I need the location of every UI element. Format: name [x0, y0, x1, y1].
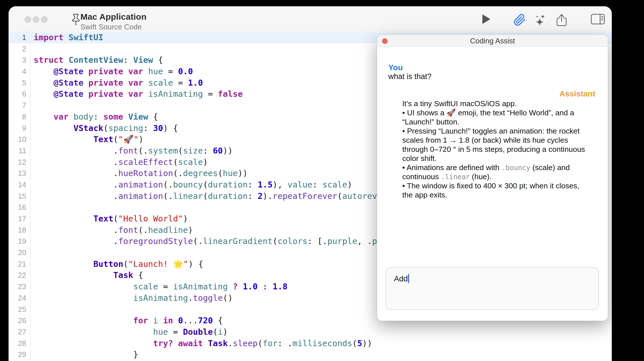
title-bar: Mac Application Swift Source Code — [9, 6, 612, 31]
token: autoreve — [342, 191, 382, 201]
token: ... — [183, 316, 198, 325]
line-number: 23 — [9, 281, 26, 293]
token: . — [34, 168, 118, 178]
panel-close-button[interactable] — [382, 38, 388, 44]
token: foregroundStyle — [118, 236, 193, 246]
line-number: 24 — [9, 293, 26, 304]
code-line: .font(.headline) — [34, 225, 382, 236]
token: isAnimating — [173, 282, 228, 291]
line-number: 27 — [9, 326, 26, 338]
token: 0.0 — [178, 66, 193, 76]
token: { — [153, 55, 163, 65]
token: font — [118, 225, 138, 235]
token: } — [34, 350, 138, 359]
token — [68, 112, 73, 122]
line-number: 7 — [9, 100, 26, 111]
token — [268, 282, 273, 291]
token: (. — [138, 225, 148, 235]
line-number: 13 — [9, 168, 26, 179]
token: ( — [113, 134, 118, 144]
token: (scale) and — [530, 163, 570, 172]
token: . — [34, 146, 118, 156]
token: 2 — [258, 191, 263, 201]
token: false — [218, 89, 243, 99]
run-button[interactable] — [482, 14, 491, 25]
code-line: struct ContentView: View { — [34, 55, 382, 66]
token: = — [163, 66, 178, 76]
assistant-line: • Pressing “Launch!” toggles an animatio… — [402, 126, 585, 136]
code-line: .scaleEffect(scale) — [34, 157, 382, 168]
close-button[interactable] — [25, 16, 31, 23]
token: ( — [258, 338, 263, 348]
token: scales from 1 → 1.8 (or back) while its … — [402, 136, 568, 144]
token — [258, 282, 263, 291]
user-message: what is that? — [388, 72, 432, 81]
token: for — [263, 338, 277, 348]
line-number: 8 — [9, 111, 26, 123]
token — [34, 293, 133, 303]
code-line: VStack(spacing: 30) { — [34, 123, 382, 134]
token: toggle — [193, 293, 223, 303]
code-line: Text("🚀") — [34, 134, 382, 145]
zoom-button[interactable] — [41, 16, 48, 23]
token: ) — [139, 134, 143, 144]
token: (. — [193, 236, 203, 246]
token: ) { — [163, 123, 178, 133]
token: Double — [183, 327, 213, 337]
token: 1.8 — [273, 282, 287, 291]
token: : [. — [307, 236, 327, 246]
token: spacing — [108, 123, 143, 133]
token: animation — [118, 191, 163, 201]
chat-input[interactable]: Add — [385, 267, 599, 310]
token: i — [218, 327, 223, 337]
share-icon[interactable] — [556, 14, 567, 27]
assistant-line: • UI shows a 🚀 emoji, the text “Hello Wo… — [402, 108, 585, 117]
token: • Animations are defined with — [402, 163, 501, 172]
token: : — [312, 180, 322, 189]
token: linear — [173, 191, 203, 201]
sparkles-icon[interactable] — [534, 14, 547, 27]
token — [158, 316, 163, 325]
token: SwiftUI — [68, 33, 103, 42]
line-number: 6 — [9, 88, 26, 100]
token: for — [133, 316, 148, 325]
token: Button — [94, 259, 123, 269]
token: bouncy — [173, 180, 203, 189]
token — [34, 78, 54, 88]
code-line: .hueRotation(.degrees(hue)) — [34, 168, 382, 179]
token: “Launch!” button. — [402, 118, 459, 126]
token: "Launch! 🌟" — [128, 259, 188, 269]
token: 0 — [178, 316, 183, 325]
sidebar-toggle-icon[interactable] — [591, 14, 605, 25]
token: hue — [223, 168, 237, 178]
token: body — [74, 112, 94, 122]
token: : — [94, 112, 103, 122]
token: through 0–720 ° in 5 ms steps, producing… — [402, 145, 585, 154]
token: degrees — [183, 168, 218, 178]
assistant-line: through 0–720 ° in 5 ms steps, producing… — [402, 145, 585, 154]
minimize-button[interactable] — [33, 16, 39, 23]
panel-header[interactable]: Coding Assist — [377, 35, 608, 47]
token: ( — [173, 157, 178, 167]
token: ( — [337, 191, 342, 201]
token — [123, 66, 128, 76]
token: isAnimating — [148, 89, 203, 99]
token: color shift. — [402, 154, 437, 163]
token: 720 — [198, 316, 213, 325]
token: : — [248, 191, 258, 201]
token — [64, 55, 68, 65]
paperclip-icon[interactable] — [513, 14, 526, 26]
token — [84, 89, 88, 99]
token: = — [158, 282, 173, 291]
token: continuous — [402, 172, 441, 181]
pin-icon[interactable] — [70, 13, 82, 26]
code-line — [34, 100, 382, 111]
code-line: try? await Task.sleep(for: .milliseconds… — [34, 338, 382, 349]
line-number: 4 — [9, 66, 26, 77]
assistant-line: It’s a tiny SwiftUI macOS/iOS app. — [402, 99, 585, 108]
token: scale — [148, 78, 173, 88]
token: try? — [153, 338, 173, 348]
token — [34, 316, 133, 325]
token: : — [123, 55, 133, 65]
line-number: 12 — [9, 157, 26, 168]
